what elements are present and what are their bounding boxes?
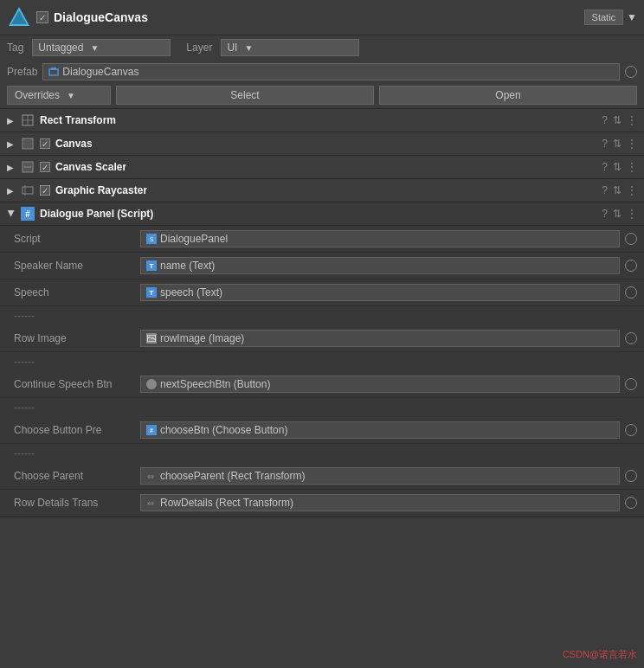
rect-transform-menu[interactable]: ⋮ — [627, 114, 637, 126]
choose-button-target-button[interactable] — [625, 424, 637, 436]
graphic-raycaster-checkbox[interactable] — [40, 185, 50, 196]
choose-parent-target-button[interactable] — [625, 470, 637, 482]
graphic-raycaster-menu[interactable]: ⋮ — [627, 184, 637, 196]
dialogue-panel-expand[interactable]: ▶ — [7, 209, 16, 218]
graphic-raycaster-expand[interactable]: ▶ — [7, 186, 16, 196]
continue-speech-icon — [146, 379, 157, 389]
canvas-actions: ? ⇅ ⋮ — [602, 138, 637, 150]
dialogue-panel-help[interactable]: ? — [602, 208, 608, 220]
script-property-row: Script S DialoguePanel — [0, 226, 644, 253]
script-value[interactable]: S DialoguePanel — [140, 230, 620, 247]
row-image-target-button[interactable] — [625, 332, 637, 344]
dialogue-panel-actions: ? ⇅ ⋮ — [602, 208, 637, 220]
svg-line-14 — [150, 337, 152, 339]
prefab-target-button[interactable] — [625, 66, 637, 78]
unity-logo — [7, 5, 31, 29]
speaker-name-value[interactable]: T name (Text) — [140, 257, 620, 274]
speaker-name-property-row: Speaker Name T name (Text) — [0, 253, 644, 279]
canvas-scaler-expand[interactable]: ▶ — [7, 163, 16, 172]
row-image-icon — [146, 333, 157, 344]
rect-transform-expand[interactable]: ▶ — [7, 116, 16, 125]
prefab-icon — [48, 67, 59, 77]
header-bar: DialogueCanvas Static ▼ — [0, 0, 644, 35]
static-dropdown-arrow[interactable]: ▼ — [627, 11, 637, 23]
script-target-button[interactable] — [625, 233, 637, 245]
choose-parent-value[interactable]: ⇔ chooseParent (Rect Transform) — [140, 467, 620, 485]
choose-button-value[interactable]: # chooseBtn (Choose Button) — [140, 421, 620, 439]
dialogue-panel-label: Dialogue Panel (Script) — [40, 208, 596, 220]
row-details-label: Row Details Trans — [14, 497, 135, 509]
separator-4: ------ — [0, 444, 644, 463]
svg-rect-10 — [23, 187, 33, 194]
svg-line-15 — [152, 337, 156, 340]
speech-value[interactable]: T speech (Text) — [140, 284, 620, 301]
continue-speech-value[interactable]: nextSpeechBtn (Button) — [140, 376, 620, 393]
row-details-target-button[interactable] — [625, 497, 637, 509]
dialogue-panel-menu[interactable]: ⋮ — [627, 208, 637, 220]
graphic-raycaster-move[interactable]: ⇅ — [613, 184, 621, 196]
rect-transform-help[interactable]: ? — [602, 114, 608, 126]
canvas-name: Canvas — [55, 138, 596, 150]
overrides-button[interactable]: Overrides ▼ — [7, 86, 111, 105]
svg-text:⇔: ⇔ — [147, 498, 154, 508]
overrides-dropdown-arrow: ▼ — [67, 91, 75, 100]
canvas-checkbox[interactable] — [40, 138, 50, 149]
dialogue-panel-component: ▶ # DialoguePanel Dialogue Panel (Script… — [0, 202, 644, 226]
prefab-row: Prefab DialogueCanvas — [0, 60, 644, 84]
choose-button-icon: # — [146, 425, 157, 435]
choose-parent-label: Choose Parent — [14, 470, 135, 482]
choose-parent-property-row: Choose Parent ⇔ chooseParent (Rect Trans… — [0, 463, 644, 490]
speech-icon: T — [146, 287, 157, 298]
rect-transform-icon — [21, 113, 35, 127]
static-control: Static ▼ — [584, 10, 637, 25]
graphic-raycaster-icon — [21, 183, 35, 197]
continue-speech-target-button[interactable] — [625, 378, 637, 390]
row-image-value[interactable]: rowImage (Image) — [140, 330, 620, 347]
dialogue-panel-icon: # — [21, 207, 35, 221]
canvas-scaler-help[interactable]: ? — [602, 161, 608, 173]
canvas-scaler-name: Canvas Scaler — [55, 161, 596, 173]
graphic-raycaster-component: ▶ Graphic Raycaster ? ⇅ ⋮ — [0, 179, 644, 202]
dialogue-panel-move[interactable]: ⇅ — [613, 208, 621, 220]
canvas-move[interactable]: ⇅ — [613, 138, 621, 150]
canvas-scaler-menu[interactable]: ⋮ — [627, 161, 637, 173]
separator-1: ------ — [0, 306, 644, 325]
canvas-help[interactable]: ? — [602, 138, 608, 150]
canvas-expand[interactable]: ▶ — [7, 139, 16, 149]
canvas-scaler-checkbox[interactable] — [40, 162, 50, 172]
row-details-value[interactable]: ⇔ RowDetails (Rect Transform) — [140, 494, 620, 511]
script-properties-section: Script S DialoguePanel Speaker Name T na… — [0, 226, 644, 517]
layer-dropdown[interactable]: UI ▼ — [221, 39, 359, 56]
row-details-icon: ⇔ — [146, 498, 157, 508]
choose-button-property-row: Choose Button Pre # chooseBtn (Choose Bu… — [0, 417, 644, 444]
rect-transform-move[interactable]: ⇅ — [613, 114, 621, 126]
rect-transform-actions: ? ⇅ ⋮ — [602, 114, 637, 126]
tag-label: Tag — [7, 42, 23, 54]
svg-text:⇔: ⇔ — [147, 472, 154, 481]
svg-rect-7 — [23, 138, 33, 149]
layer-dropdown-arrow: ▼ — [244, 43, 253, 53]
object-active-checkbox[interactable] — [36, 11, 48, 23]
choose-parent-icon: ⇔ — [146, 471, 157, 481]
canvas-component: ▶ Canvas ? ⇅ ⋮ — [0, 132, 644, 156]
speech-target-button[interactable] — [625, 286, 637, 299]
svg-rect-3 — [51, 67, 56, 70]
speaker-name-label: Speaker Name — [14, 260, 135, 272]
script-label: Script — [14, 233, 135, 245]
speaker-name-target-button[interactable] — [625, 260, 637, 272]
tag-dropdown[interactable]: Untagged ▼ — [32, 39, 171, 56]
select-button[interactable]: Select — [116, 86, 374, 105]
watermark: CSDN@诺言若水 — [563, 648, 637, 661]
svg-rect-2 — [49, 69, 58, 75]
canvas-scaler-move[interactable]: ⇅ — [613, 161, 621, 173]
overrides-select-open-row: Overrides ▼ Select Open — [0, 84, 644, 108]
open-button[interactable]: Open — [379, 86, 637, 105]
continue-speech-label: Continue Speech Btn — [14, 378, 135, 390]
graphic-raycaster-help[interactable]: ? — [602, 184, 608, 196]
continue-speech-property-row: Continue Speech Btn nextSpeechBtn (Butto… — [0, 371, 644, 398]
layer-label: Layer — [186, 42, 212, 54]
row-image-property-row: Row Image rowImage (Image) — [0, 325, 644, 352]
canvas-menu[interactable]: ⋮ — [627, 138, 637, 150]
rect-transform-name: Rect Transform — [40, 114, 596, 126]
object-name: DialogueCanvas — [54, 10, 579, 24]
